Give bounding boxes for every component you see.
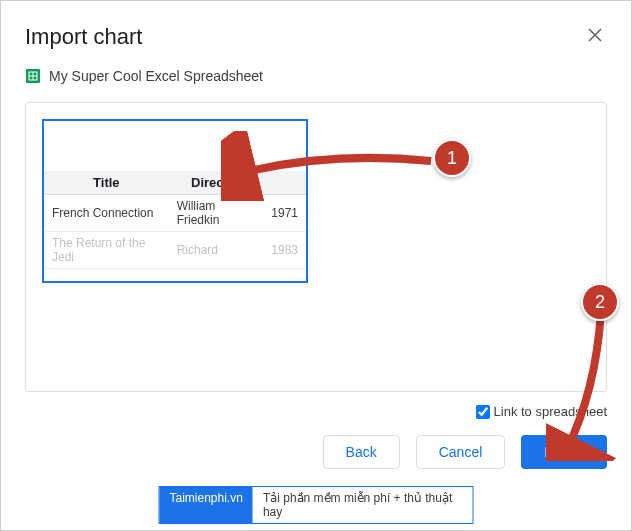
- chart-preview-inner: Title Director French Connection William…: [44, 121, 306, 281]
- file-name-label: My Super Cool Excel Spreadsheet: [49, 68, 263, 84]
- dialog-header: Import chart: [25, 21, 607, 52]
- cancel-button[interactable]: Cancel: [416, 435, 506, 469]
- col-title: Title: [44, 171, 169, 195]
- back-button[interactable]: Back: [323, 435, 400, 469]
- cell-year: 1971: [263, 195, 306, 232]
- link-checkbox-label: Link to spreadsheet: [494, 404, 607, 419]
- close-icon: [587, 25, 603, 47]
- dialog-title: Import chart: [25, 24, 142, 50]
- link-to-spreadsheet-row: Link to spreadsheet: [25, 404, 607, 419]
- cell-director: William Friedkin: [169, 195, 264, 232]
- sheets-icon: [25, 68, 41, 84]
- import-chart-dialog: Import chart My Super Cool Excel Spreads…: [1, 1, 631, 489]
- watermark-tagline: Tải phần mềm miễn phí + thủ thuật hay: [253, 487, 473, 523]
- chart-preview-selected[interactable]: Title Director French Connection William…: [42, 119, 308, 283]
- chart-selection-area: Title Director French Connection William…: [25, 102, 607, 392]
- col-empty: [263, 171, 306, 195]
- link-checkbox[interactable]: [476, 405, 490, 419]
- cell-director: Richard: [169, 232, 264, 269]
- cell-title: French Connection: [44, 195, 169, 232]
- table-header-row: Title Director: [44, 171, 306, 195]
- cell-title: The Return of the Jedi: [44, 232, 169, 269]
- annotation-badge-2: 2: [581, 283, 619, 321]
- table-row: The Return of the Jedi Richard 1983: [44, 232, 306, 269]
- annotation-badge-1: 1: [433, 139, 471, 177]
- close-button[interactable]: [583, 21, 607, 52]
- file-info-row: My Super Cool Excel Spreadsheet: [25, 68, 607, 84]
- cell-year: 1983: [263, 232, 306, 269]
- dialog-buttons: Back Cancel Import: [25, 435, 607, 469]
- table-row: French Connection William Friedkin 1971: [44, 195, 306, 232]
- watermark-brand: Taimienphi.vn: [160, 487, 253, 523]
- preview-table: Title Director French Connection William…: [44, 171, 306, 269]
- col-director: Director: [169, 171, 264, 195]
- watermark: Taimienphi.vn Tải phần mềm miễn phí + th…: [159, 486, 474, 524]
- import-button[interactable]: Import: [521, 435, 607, 469]
